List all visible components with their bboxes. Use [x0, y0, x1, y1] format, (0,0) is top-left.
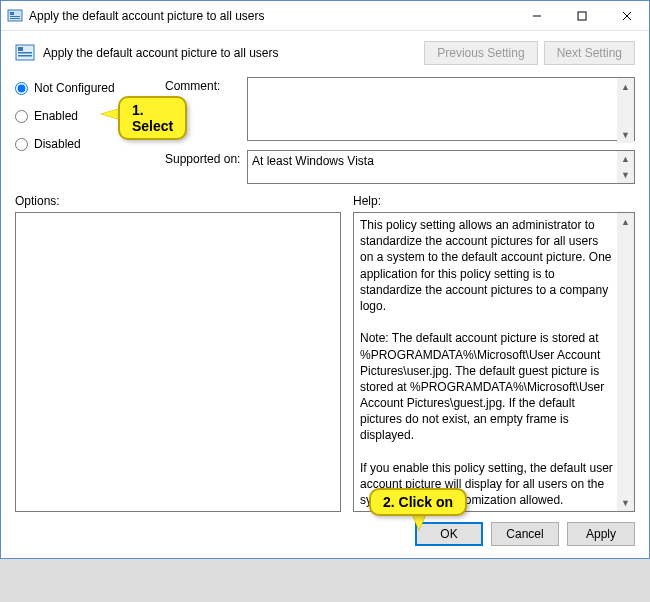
comment-label: Comment:	[165, 77, 247, 144]
supported-scrollbar[interactable]: ▲ ▼	[617, 151, 634, 183]
options-panel	[15, 212, 341, 512]
radio-not-configured-input[interactable]	[15, 82, 28, 95]
maximize-button[interactable]	[559, 1, 604, 30]
app-icon	[7, 8, 23, 24]
minimize-button[interactable]	[514, 1, 559, 30]
scroll-up-icon[interactable]: ▲	[617, 213, 634, 230]
policy-title: Apply the default account picture to all…	[43, 46, 424, 60]
scroll-up-icon[interactable]: ▲	[617, 78, 634, 95]
scroll-down-icon[interactable]: ▼	[617, 167, 634, 183]
svg-rect-9	[18, 47, 23, 51]
window-title: Apply the default account picture to all…	[29, 9, 514, 23]
comment-scrollbar[interactable]: ▲ ▼	[617, 78, 634, 143]
help-scrollbar[interactable]: ▲ ▼	[617, 213, 634, 511]
radio-enabled-input[interactable]	[15, 110, 28, 123]
svg-rect-2	[10, 16, 20, 17]
ok-button[interactable]: OK	[415, 522, 483, 546]
help-panel: This policy setting allows an administra…	[353, 212, 635, 512]
close-button[interactable]	[604, 1, 649, 30]
svg-rect-11	[18, 55, 32, 57]
scroll-down-icon[interactable]: ▼	[617, 126, 634, 143]
gpo-settings-window: Apply the default account picture to all…	[0, 0, 650, 559]
window-controls	[514, 1, 649, 30]
content-area: Apply the default account picture to all…	[1, 31, 649, 558]
supported-on-value: At least Windows Vista	[247, 150, 635, 184]
radio-disabled-label: Disabled	[34, 137, 81, 151]
titlebar[interactable]: Apply the default account picture to all…	[1, 1, 649, 31]
radio-enabled-label: Enabled	[34, 109, 78, 123]
svg-rect-3	[10, 18, 20, 19]
svg-rect-0	[8, 10, 22, 21]
previous-setting-button[interactable]: Previous Setting	[424, 41, 537, 65]
help-label: Help:	[353, 194, 381, 208]
comment-textarea[interactable]	[247, 77, 635, 141]
options-label: Options:	[15, 194, 341, 208]
scroll-up-icon[interactable]: ▲	[617, 151, 634, 167]
scroll-down-icon[interactable]: ▼	[617, 494, 634, 511]
radio-disabled[interactable]: Disabled	[15, 137, 165, 151]
apply-button[interactable]: Apply	[567, 522, 635, 546]
supported-on-label: Supported on:	[165, 150, 247, 184]
svg-rect-5	[578, 12, 586, 20]
next-setting-button[interactable]: Next Setting	[544, 41, 635, 65]
cancel-button[interactable]: Cancel	[491, 522, 559, 546]
radio-disabled-input[interactable]	[15, 138, 28, 151]
svg-rect-10	[18, 52, 32, 54]
svg-rect-1	[10, 12, 14, 15]
policy-icon	[15, 43, 35, 63]
radio-enabled[interactable]: Enabled	[15, 109, 165, 123]
radio-not-configured-label: Not Configured	[34, 81, 115, 95]
radio-not-configured[interactable]: Not Configured	[15, 81, 165, 95]
